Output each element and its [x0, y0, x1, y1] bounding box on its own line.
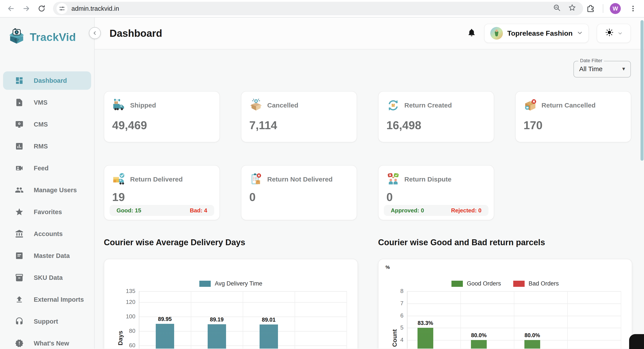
- sidebar-item-accounts[interactable]: Accounts: [3, 225, 91, 243]
- stat-card-cancelled: Cancelled7,114: [241, 91, 357, 142]
- stat-card-return-created: Return Created16,498: [378, 91, 494, 142]
- return-created-icon: [386, 98, 400, 112]
- y-axis-title: Days: [117, 321, 124, 349]
- url-text[interactable]: admin.trackvid.in: [72, 5, 119, 12]
- sidebar-item-label: What's New: [34, 340, 69, 347]
- sidebar-collapse-button[interactable]: [89, 27, 101, 39]
- masterdata-icon: [15, 251, 24, 260]
- stat-card-return-delivered: Return Delivered19Good: 15Bad: 4: [104, 165, 220, 220]
- legend-item[interactable]: Bad Orders: [513, 280, 559, 287]
- theme-toggle[interactable]: [597, 24, 631, 43]
- chevron-down-icon: [577, 29, 583, 37]
- sidebar-item-external-imports[interactable]: External Imports: [3, 290, 91, 309]
- sku-icon: [15, 273, 24, 282]
- y-axis-tick: 135: [116, 288, 135, 295]
- bar-avg-delivery-time[interactable]: [156, 324, 174, 349]
- bar-value-label: 83.3%: [418, 320, 433, 326]
- sidebar-item-label: Feed: [34, 165, 49, 172]
- stat-card-value: 49,469: [112, 119, 212, 132]
- account-switcher[interactable]: Toprelease Fashion: [484, 24, 589, 43]
- stat-card-value: 0: [249, 190, 349, 204]
- legend-item[interactable]: Good Orders: [452, 280, 501, 287]
- sidebar-item-label: VMS: [34, 99, 48, 106]
- bookmark-star-icon[interactable]: [568, 4, 576, 13]
- sidebar-item-master-data[interactable]: Master Data: [3, 247, 91, 265]
- y-axis-tick: 120: [116, 299, 135, 306]
- bar-good-orders[interactable]: [418, 328, 433, 349]
- sidebar-item-cms[interactable]: CMS: [3, 115, 91, 134]
- sidebar-item-what-s-new[interactable]: What's New: [3, 334, 91, 349]
- sidebar-item-feed[interactable]: Feed: [3, 159, 91, 177]
- star-icon: [15, 208, 24, 216]
- return-dispute-icon: [386, 173, 400, 186]
- app-logo-text: TrackVid: [30, 31, 76, 43]
- account-name: Toprelease Fashion: [507, 29, 572, 37]
- vms-icon: [15, 98, 24, 107]
- bar-avg-delivery-time[interactable]: [208, 324, 226, 349]
- zoom-out-icon[interactable]: [553, 4, 561, 13]
- legend-item[interactable]: Avg Delivery Time: [199, 280, 262, 287]
- stat-card-shipped: Shipped49,469: [104, 91, 220, 142]
- sidebar-item-label: Favorites: [34, 208, 62, 216]
- support-icon: [15, 317, 24, 326]
- dropdown-arrow-icon: ▼: [621, 66, 626, 72]
- bank-icon: [15, 229, 24, 238]
- legend-swatch-icon: [452, 281, 463, 287]
- stat-card-value: 170: [524, 119, 623, 132]
- extensions-puzzle-icon[interactable]: [585, 3, 596, 14]
- stat-card-value: 19: [112, 190, 212, 204]
- chat-widget-button[interactable]: [629, 334, 644, 349]
- bar-good-orders[interactable]: [471, 340, 487, 349]
- bar-value-label: 89.95: [158, 316, 172, 322]
- toolbar-divider: [603, 4, 603, 13]
- y-axis-tick: 6: [384, 312, 404, 319]
- stat-footer-good: Approved: 0: [391, 207, 424, 214]
- bar-avg-delivery-time[interactable]: [260, 325, 278, 349]
- y-axis-tick: 8: [384, 288, 404, 295]
- sidebar-item-rms[interactable]: RMS: [3, 137, 91, 155]
- dashboard-content: Date Filter All Time ▼ Shipped49,469Canc…: [95, 49, 644, 349]
- browser-forward-icon[interactable]: [20, 3, 32, 14]
- stat-card-label: Cancelled: [267, 102, 298, 109]
- scrollbar-thumb[interactable]: [640, 20, 644, 161]
- address-bar[interactable]: admin.trackvid.in: [53, 2, 583, 15]
- browser-menu-icon[interactable]: [627, 3, 639, 14]
- gridline: [346, 291, 347, 349]
- browser-back-icon[interactable]: [5, 3, 17, 14]
- upload-icon: [15, 295, 24, 304]
- rms-icon: [15, 142, 24, 151]
- percent-toggle[interactable]: %: [386, 265, 390, 270]
- gridline: [191, 291, 191, 349]
- bar-value-label: 80.0%: [471, 332, 487, 339]
- gridline: [243, 291, 243, 349]
- stat-footer-good: Good: 15: [116, 207, 141, 214]
- browser-reload-icon[interactable]: [36, 3, 47, 14]
- stat-card-value: 7,114: [249, 119, 349, 132]
- sidebar-item-sku-data[interactable]: SKU Data: [3, 268, 91, 287]
- notifications-bell-icon[interactable]: [467, 28, 476, 39]
- sidebar-item-dashboard[interactable]: Dashboard: [3, 71, 91, 90]
- sidebar-item-label: Accounts: [34, 230, 63, 238]
- chart-legend: Avg Delivery Time: [104, 280, 358, 287]
- sidebar-nav: DashboardVMSCMSRMSFeedManage UsersFavori…: [0, 71, 94, 349]
- gridline: [460, 291, 461, 349]
- site-settings-icon[interactable]: [56, 3, 68, 14]
- sidebar-item-favorites[interactable]: Favorites: [3, 203, 91, 221]
- sidebar-item-manage-users[interactable]: Manage Users: [3, 181, 91, 199]
- bar-good-orders[interactable]: [524, 340, 540, 349]
- page-title: Dashboard: [110, 27, 162, 39]
- section-title-avg-delivery: Courier wise Average Delivery Days: [104, 238, 245, 247]
- date-filter-select[interactable]: Date Filter All Time ▼: [574, 61, 631, 77]
- browser-profile-avatar[interactable]: W: [610, 3, 621, 14]
- gridline: [407, 291, 408, 349]
- section-title-good-bad: Courier wise Good and Bad return parcels: [378, 238, 545, 247]
- bar-value-label: 89.19: [210, 316, 224, 323]
- light-theme-sun-icon: [605, 28, 614, 38]
- feed-icon: [15, 164, 24, 173]
- return-delivered-icon: [112, 173, 126, 186]
- sidebar-item-vms[interactable]: VMS: [3, 93, 91, 112]
- sidebar-item-support[interactable]: Support: [3, 312, 91, 331]
- stat-footer-bad: Rejected: 0: [451, 207, 482, 214]
- gridline: [514, 291, 514, 349]
- new-icon: [15, 339, 24, 348]
